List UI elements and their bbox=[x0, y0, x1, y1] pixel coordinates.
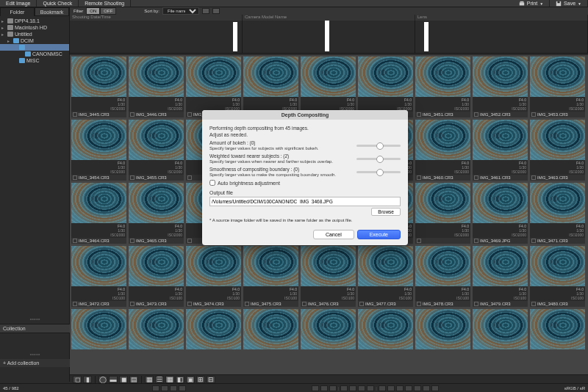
view-mode-3-icon[interactable]: ◯ bbox=[98, 376, 107, 383]
tab-bookmark[interactable]: Bookmark bbox=[35, 7, 69, 16]
thumbnail[interactable] bbox=[358, 309, 413, 349]
disclosure-icon[interactable]: ▸ bbox=[1, 25, 6, 30]
thumbnail[interactable] bbox=[530, 309, 585, 349]
view-mode-4-icon[interactable]: ▬ bbox=[109, 376, 118, 383]
tool-b-icon[interactable] bbox=[414, 385, 421, 391]
smooth-slider[interactable] bbox=[356, 171, 401, 173]
thumbnail-checkbox[interactable] bbox=[474, 239, 478, 243]
thumbnail[interactable] bbox=[243, 309, 298, 349]
nav-prev-icon[interactable] bbox=[349, 385, 356, 391]
header-datetime[interactable]: Shooting Date/Time bbox=[70, 15, 243, 21]
nav-next-icon[interactable] bbox=[358, 385, 365, 391]
thumbnail-checkbox[interactable] bbox=[187, 302, 192, 306]
thumbnail[interactable] bbox=[473, 309, 528, 349]
thumbnail[interactable]: F4.01/30ISO2000IMG_3469.JPG bbox=[473, 183, 528, 244]
grid-view-2-icon[interactable]: ☰ bbox=[155, 376, 164, 383]
thumbnail[interactable]: F4.01/30ISO100IMG_3473.CR3 bbox=[129, 246, 184, 307]
view-mode-6-icon[interactable]: ▤ bbox=[129, 376, 138, 383]
thumbnail[interactable]: F4.01/30ISO2000IMG_3471.CR3 bbox=[530, 183, 585, 244]
thumbnail[interactable]: F4.01/30ISO2000IMG_3454.CR3 bbox=[71, 120, 126, 181]
thumbnail[interactable]: F4.01/30ISO2000IMG_3446.CR3 bbox=[129, 57, 184, 117]
grid-view-1-icon[interactable]: ▦ bbox=[145, 376, 154, 383]
execute-button[interactable]: Execute bbox=[357, 230, 401, 239]
tab-folder[interactable]: Folder bbox=[0, 7, 35, 16]
folder-item-100canon[interactable] bbox=[0, 44, 69, 51]
thumbnail-checkbox[interactable] bbox=[73, 112, 77, 117]
add-collection-button[interactable]: + Add collection bbox=[0, 359, 70, 367]
header-camera[interactable]: Camera Model Name bbox=[243, 15, 415, 21]
view-mode-1-icon[interactable]: ◻ bbox=[73, 376, 82, 383]
thumbnail[interactable]: F4.01/30ISO100IMG_3475.CR3 bbox=[243, 246, 298, 307]
browse-button[interactable]: Browse bbox=[371, 208, 401, 216]
thumbnail-checkbox[interactable] bbox=[474, 175, 478, 180]
thumbnail[interactable]: F4.01/30ISO2000IMG_3453.CR3 bbox=[530, 57, 585, 117]
thumbnail[interactable] bbox=[301, 309, 356, 349]
thumbnail[interactable]: F4.01/30ISO2000IMG_3460.CR3 bbox=[415, 120, 470, 181]
rating-icon[interactable] bbox=[379, 385, 386, 391]
thumbnail[interactable]: F4.01/30ISO2000IMG_3464.CR3 bbox=[71, 183, 126, 244]
thumbnail-checkbox[interactable] bbox=[130, 112, 135, 117]
tool-c-icon[interactable] bbox=[423, 385, 430, 391]
thumbnail-checkbox[interactable] bbox=[73, 239, 77, 243]
thumbnail-checkbox[interactable] bbox=[187, 239, 192, 243]
folder-item-misc[interactable]: MISC bbox=[0, 57, 69, 64]
thumbnail-checkbox[interactable] bbox=[474, 112, 478, 117]
header-lens[interactable]: Lens bbox=[415, 15, 588, 21]
zoom-200-icon[interactable] bbox=[329, 385, 337, 391]
thumbnail[interactable]: F4.01/30ISO100IMG_3476.CR3 bbox=[301, 246, 356, 307]
thumbnail-checkbox[interactable] bbox=[417, 175, 421, 180]
rotate-ccw-icon[interactable] bbox=[387, 385, 395, 391]
thumbnail[interactable]: F4.01/30ISO2000IMG_3455.CR3 bbox=[129, 120, 184, 181]
thumbnail-checkbox[interactable] bbox=[359, 302, 364, 306]
thumbnail[interactable]: F4.01/30ISO2000IMG_3465.CR3 bbox=[129, 183, 184, 244]
thumbnail[interactable]: F4.01/30ISO2000IMG_3452.CR3 bbox=[473, 57, 528, 117]
tool-a-icon[interactable] bbox=[405, 385, 412, 391]
thumbnail[interactable]: F4.01/30ISO100IMG_3472.CR3 bbox=[71, 246, 126, 307]
thumbnail-checkbox[interactable] bbox=[417, 112, 421, 117]
disclosure-icon[interactable]: ▸ bbox=[1, 32, 6, 37]
thumbnail-checkbox[interactable] bbox=[531, 239, 536, 243]
filter-on[interactable]: ON bbox=[86, 7, 100, 15]
grid-view-7-icon[interactable]: ⊟ bbox=[207, 376, 215, 383]
thumbnail-checkbox[interactable] bbox=[474, 302, 478, 306]
nav-last-icon[interactable] bbox=[367, 385, 374, 391]
thumbnail-checkbox[interactable] bbox=[302, 302, 306, 306]
weight-slider[interactable] bbox=[356, 158, 401, 160]
filter-off[interactable]: OFF bbox=[100, 7, 116, 15]
edit-image-button[interactable]: Edit Image bbox=[0, 0, 37, 7]
auto-brightness-checkbox[interactable] bbox=[209, 180, 215, 186]
thumbnail-checkbox[interactable] bbox=[417, 302, 421, 306]
nav-first-icon[interactable] bbox=[340, 385, 348, 391]
sort-desc-icon[interactable] bbox=[212, 8, 220, 14]
folder-item-dpp4181[interactable]: ▸DPP4.18.1 bbox=[0, 18, 69, 24]
thumbnail[interactable]: F4.01/30ISO2000IMG_3448.CR3 bbox=[243, 57, 298, 117]
print-button[interactable]: Print ▼ bbox=[513, 0, 550, 7]
thumbnail-checkbox[interactable] bbox=[531, 175, 536, 180]
thumb-size-1-icon[interactable] bbox=[152, 385, 159, 391]
thumbnail[interactable]: F4.01/30ISO2000IMG_3447.CR3 bbox=[186, 57, 241, 117]
thumbnail[interactable]: F4.01/30ISO2000IMG_3463.CR3 bbox=[530, 120, 585, 181]
rotate-cw-icon[interactable] bbox=[396, 385, 404, 391]
thumbnail[interactable]: F4.01/30ISO2000 bbox=[415, 183, 470, 244]
folder-item-macintoshhd[interactable]: ▸Macintosh HD bbox=[0, 24, 69, 31]
thumbnail-checkbox[interactable] bbox=[417, 239, 421, 243]
thumbnail-checkbox[interactable] bbox=[531, 112, 536, 117]
zoom-fit-icon[interactable] bbox=[312, 385, 319, 391]
thumbnail[interactable]: F4.01/30ISO100IMG_3480.CR3 bbox=[530, 246, 585, 307]
quick-check-button[interactable]: Quick Check bbox=[37, 0, 79, 7]
grid-view-4-icon[interactable]: ◧ bbox=[176, 376, 184, 383]
thumbnail-checkbox[interactable] bbox=[130, 239, 135, 243]
view-mode-2-icon[interactable]: ▮ bbox=[83, 376, 92, 383]
grid-view-6-icon[interactable]: ⊞ bbox=[196, 376, 205, 383]
folder-item-canonmsc[interactable]: CANONMSC bbox=[0, 51, 69, 57]
view-mode-5-icon[interactable]: ◼ bbox=[119, 376, 128, 383]
folder-item-dcim[interactable]: ▸DCIM bbox=[0, 37, 69, 44]
thumb-size-2-icon[interactable] bbox=[161, 385, 168, 391]
cancel-button[interactable]: Cancel bbox=[313, 230, 354, 239]
output-path-input[interactable] bbox=[209, 197, 401, 206]
bokeh-slider[interactable] bbox=[356, 145, 401, 147]
thumbnail[interactable] bbox=[415, 309, 470, 349]
thumbnail[interactable]: F4.01/30ISO100IMG_3477.CR3 bbox=[358, 246, 413, 307]
thumbnail[interactable]: F4.01/30ISO2000IMG_3451.CR3 bbox=[415, 57, 470, 117]
thumbnail[interactable]: F4.01/30ISO100IMG_3474.CR3 bbox=[186, 246, 241, 307]
